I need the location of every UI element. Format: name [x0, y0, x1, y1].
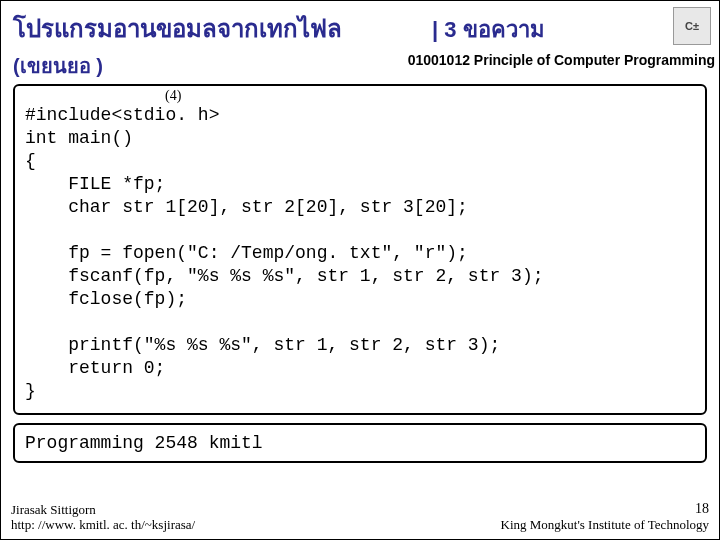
slide: C± โปรแกรมอานขอมลจากเทกไฟล | 3 ขอความ (เ… [0, 0, 720, 540]
institute-name: King Mongkut's Institute of Technology [501, 517, 709, 533]
output-box: Programming 2548 kmitl [13, 423, 707, 463]
footer: Jirasak Sittigorn http: //www. kmitl. ac… [1, 501, 719, 533]
title-row: โปรแกรมอานขอมลจากเทกไฟล | 3 ขอความ [1, 1, 719, 48]
author-url: http: //www. kmitl. ac. th/~ksjirasa/ [11, 517, 195, 533]
course-code: 01001012 Principle of Computer Programmi… [408, 52, 715, 68]
cpp-badge-icon: C± [673, 7, 711, 45]
box-number: (4) [165, 88, 181, 104]
subtitle-left: (เขยนยอ ) [13, 50, 103, 82]
output-text: Programming 2548 kmitl [25, 433, 263, 453]
slide-title: โปรแกรมอานขอมลจากเทกไฟล [13, 9, 342, 48]
slide-title-right: | 3 ขอความ [432, 12, 545, 47]
author-name: Jirasak Sittigorn [11, 502, 195, 518]
code-box: (4) #include<stdio. h> int main() { FILE… [13, 84, 707, 415]
page-number: 18 [501, 501, 709, 518]
source-code: #include<stdio. h> int main() { FILE *fp… [25, 104, 695, 403]
footer-left: Jirasak Sittigorn http: //www. kmitl. ac… [11, 502, 195, 533]
footer-right: 18 King Mongkut's Institute of Technolog… [501, 501, 709, 533]
